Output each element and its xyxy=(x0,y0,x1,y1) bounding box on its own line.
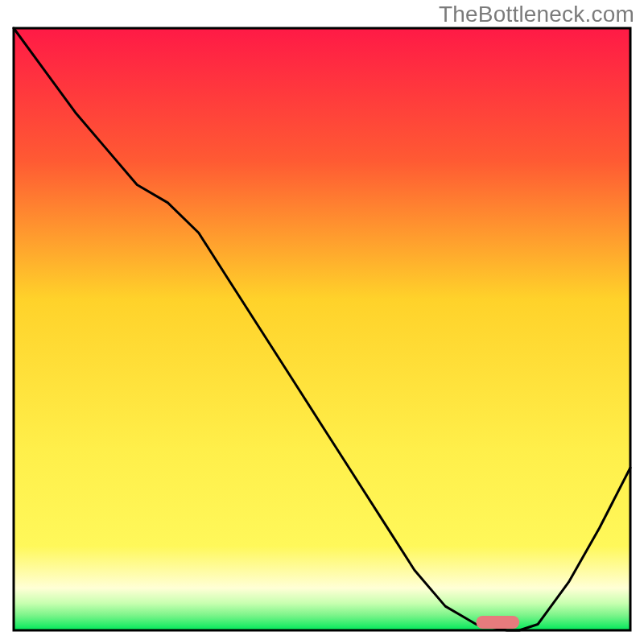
bottleneck-chart xyxy=(0,0,644,644)
chart-frame: TheBottleneck.com xyxy=(0,0,644,644)
chart-background xyxy=(14,28,630,630)
optimal-range-marker xyxy=(477,616,520,629)
